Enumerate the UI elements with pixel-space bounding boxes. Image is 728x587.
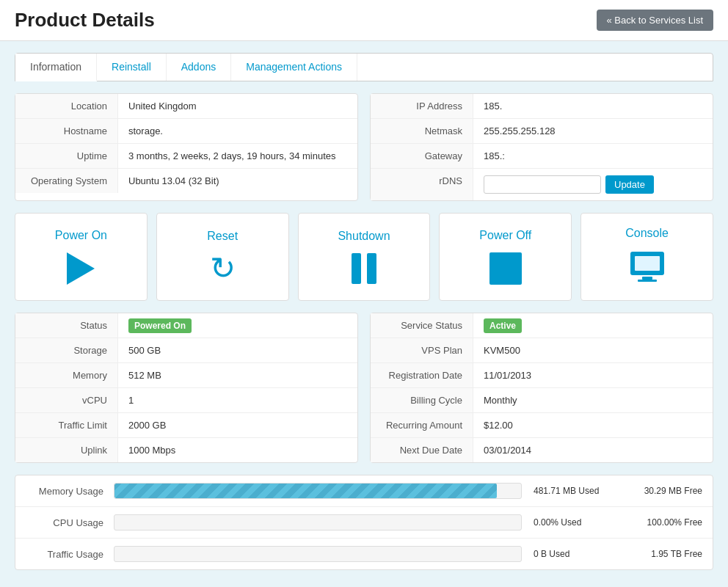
value-rdns: Update [473,169,713,200]
value-uptime: 3 months, 2 weeks, 2 days, 19 hours, 34 … [118,144,357,168]
power-on-button[interactable]: Power On [15,213,148,301]
tab-information[interactable]: Information [15,54,97,81]
tab-management-actions[interactable]: Management Actions [231,54,357,81]
label-service-status: Service Status [371,313,473,338]
power-section: Power On Reset ↻ Shutdown Power Off Cons… [15,213,713,301]
powered-on-badge: Powered On [128,318,192,333]
value-ip: 185. [473,94,713,118]
status-row-uplink: Uplink 1000 Mbps [15,438,357,462]
value-vps-plan: KVM500 [473,338,713,362]
usage-bar-container-1 [114,514,522,531]
value-vcpu: 1 [118,388,357,412]
label-vps-plan: VPS Plan [371,338,473,362]
info-row-ip: IP Address 185. [371,94,713,119]
value-hostname: storage. [118,119,357,143]
play-icon [67,252,95,285]
reset-label: Reset [207,230,238,243]
label-ip: IP Address [371,94,473,118]
reset-button[interactable]: Reset ↻ [156,213,289,301]
console-button[interactable]: Console [580,213,713,301]
usage-row-2: Traffic Usage0 B Used1.95 TB Free [15,539,713,569]
usage-bar-container-2 [114,546,522,562]
usage-stat-free-2: 1.95 TB Free [622,549,702,559]
usage-stat-used-1: 0.00% Used [534,517,622,528]
status-row-vps-plan: VPS Plan KVM500 [371,338,713,363]
label-uptime: Uptime [15,144,118,168]
power-off-label: Power Off [479,229,531,242]
status-row-traffic: Traffic Limit 2000 GB [15,413,357,438]
status-box-left: Status Powered On Storage 500 GB Memory … [15,313,358,463]
info-row-os: Operating System Ubuntu 13.04 (32 Bit) [15,169,357,193]
value-traffic: 2000 GB [118,413,357,437]
value-next-due: 03/01/2014 [473,438,713,462]
value-status: Powered On [118,313,357,338]
power-off-button[interactable]: Power Off [439,213,572,301]
usage-row-0: Memory Usage481.71 MB Used30.29 MB Free [15,475,713,507]
status-box-right: Service Status Active VPS Plan KVM500 Re… [370,313,713,463]
label-storage: Storage [15,338,118,362]
info-row-netmask: Netmask 255.255.255.128 [371,119,713,144]
console-label: Console [625,227,669,240]
shutdown-button[interactable]: Shutdown [298,213,431,301]
console-icon [629,250,666,288]
pause-icon [352,253,376,284]
status-section: Status Powered On Storage 500 GB Memory … [15,313,713,463]
value-reg-date: 11/01/2013 [473,363,713,387]
label-netmask: Netmask [371,119,473,143]
status-row-recurring: Recurring Amount $12.00 [371,413,713,438]
info-row-rdns: rDNS Update [371,169,713,200]
label-os: Operating System [15,169,118,193]
pause-bar-1 [352,253,361,284]
label-reg-date: Registration Date [371,363,473,387]
value-billing: Monthly [473,388,713,412]
usage-section: Memory Usage481.71 MB Used30.29 MB FreeC… [15,475,713,570]
status-row-service-status: Service Status Active [371,313,713,338]
status-row-billing: Billing Cycle Monthly [371,388,713,413]
reset-icon: ↻ [210,253,236,284]
active-badge: Active [484,318,522,333]
label-next-due: Next Due Date [371,438,473,462]
tab-reinstall[interactable]: Reinstall [97,54,167,81]
label-status: Status [15,313,118,338]
value-location: United Kingdom [118,94,357,118]
usage-bar-0 [114,484,497,498]
usage-stat-free-1: 100.00% Free [622,517,702,528]
value-gateway: 185.: [473,144,713,168]
status-row-next-due: Next Due Date 03/01/2014 [371,438,713,462]
usage-label-1: CPU Usage [26,517,114,528]
info-row-hostname: Hostname storage. [15,119,357,144]
value-recurring: $12.00 [473,413,713,437]
page-title: Product Details [15,9,155,32]
rdns-input[interactable] [484,175,601,194]
value-service-status: Active [473,313,713,338]
svg-rect-3 [638,280,657,282]
tab-addons[interactable]: Addons [167,54,231,81]
label-vcpu: vCPU [15,388,118,412]
status-row-vcpu: vCPU 1 [15,388,357,413]
shutdown-label: Shutdown [338,230,390,243]
label-gateway: Gateway [371,144,473,168]
label-location: Location [15,94,118,118]
info-section: Location United Kingdom Hostname storage… [15,93,713,201]
usage-label-2: Traffic Usage [26,549,114,560]
usage-stat-used-0: 481.71 MB Used [534,486,622,496]
back-button[interactable]: « Back to Services List [597,10,714,31]
update-rdns-button[interactable]: Update [605,175,654,194]
svg-rect-1 [635,256,660,271]
status-row-memory: Memory 512 MB [15,363,357,388]
info-row-location: Location United Kingdom [15,94,357,119]
stop-icon [489,252,522,285]
info-row-gateway: Gateway 185.: [371,144,713,169]
svg-rect-2 [642,277,652,280]
main-content: Information Reinstall Addons Management … [0,41,728,587]
rdns-row: Update [484,175,702,194]
label-traffic: Traffic Limit [15,413,118,437]
value-memory: 512 MB [118,363,357,387]
usage-stat-used-2: 0 B Used [534,549,622,559]
page-header: Product Details « Back to Services List [0,0,728,41]
info-row-uptime: Uptime 3 months, 2 weeks, 2 days, 19 hou… [15,144,357,169]
power-on-label: Power On [55,229,107,242]
pause-bar-2 [367,253,376,284]
value-storage: 500 GB [118,338,357,362]
usage-stat-free-0: 30.29 MB Free [622,486,702,496]
